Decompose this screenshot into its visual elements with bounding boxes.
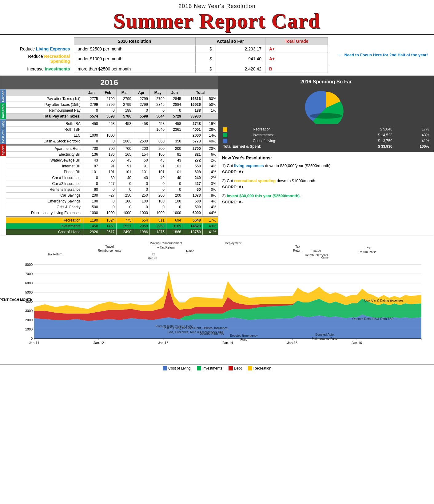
legend-total-value: $ 33,930 bbox=[343, 144, 394, 149]
resolution-row: Reduce Recreational Spending under $1000… bbox=[6, 53, 328, 65]
row-pct: 1% bbox=[202, 107, 218, 113]
resolutions-items: 1) Cut living expenses down to $30,000/y… bbox=[222, 163, 430, 205]
row-value: 1000 bbox=[149, 210, 166, 216]
row-value: 1000 bbox=[83, 132, 100, 138]
row-value: 0 bbox=[100, 186, 116, 192]
row-value: 1000 bbox=[116, 210, 133, 216]
chart-legend-item: Cost of Living bbox=[163, 366, 191, 370]
table-row: Recreation11901524775654811694564817% bbox=[6, 217, 218, 223]
row-pct: 17% bbox=[202, 217, 218, 223]
resolution-label: Reduce Living Expenses bbox=[6, 45, 74, 53]
row-value: 2799 bbox=[100, 96, 116, 102]
row-label: Recreation bbox=[6, 217, 83, 223]
row-value: 1458 bbox=[83, 223, 100, 229]
row-value bbox=[133, 126, 149, 132]
row-value bbox=[83, 126, 100, 132]
row-value: 2799 bbox=[83, 102, 100, 107]
svg-text:Opened Roth IRA & Roth TSP: Opened Roth IRA & Roth TSP bbox=[352, 317, 394, 321]
row-label: Internet Bill bbox=[6, 163, 83, 169]
table-row: Discretionary Living Expenses10001000100… bbox=[6, 210, 218, 216]
row-value: 81 bbox=[166, 151, 183, 157]
resolutions-title: New Year's Resolutions: bbox=[222, 155, 430, 160]
data-table-wrap: 2016 EarnedInvestedCost of LivingSpent J… bbox=[0, 76, 218, 235]
row-value: 1458 bbox=[100, 223, 116, 229]
row-value: 91 bbox=[149, 163, 166, 169]
svg-text:Return: Return bbox=[293, 249, 302, 252]
row-value: 136 bbox=[83, 151, 100, 157]
legend-pct: 17% bbox=[394, 126, 431, 132]
row-value: 91 bbox=[116, 163, 133, 169]
row-total: 550 bbox=[183, 163, 203, 169]
row-value: 458 bbox=[100, 121, 116, 126]
row-value: 0 bbox=[100, 107, 116, 113]
row-label: Investments bbox=[6, 223, 83, 229]
row-value: 100 bbox=[149, 198, 166, 204]
row-total: 33930 bbox=[183, 113, 203, 119]
y-axis-label: TOTAL CASH SPENT EACH MONTH bbox=[0, 298, 33, 302]
row-value: 5729 bbox=[166, 113, 183, 119]
row-value: 2775 bbox=[83, 96, 100, 102]
svg-text:Raise: Raise bbox=[186, 249, 194, 253]
row-value: 40 bbox=[133, 175, 149, 181]
row-total: 608 bbox=[183, 169, 203, 175]
row-value: 101 bbox=[116, 169, 133, 175]
legend-color-cell bbox=[221, 138, 251, 144]
row-value: 5574 bbox=[83, 113, 100, 119]
svg-text:Return: Return bbox=[148, 256, 157, 260]
row-value: 700 bbox=[100, 146, 116, 151]
svg-text:3000: 3000 bbox=[25, 309, 33, 313]
row-total: 6000 bbox=[183, 210, 203, 216]
row-value: 87 bbox=[83, 163, 100, 169]
legend-table: Recreation: $ 5,648 17% Investments: $ 1… bbox=[221, 126, 431, 149]
table-row: Gifts & Charity500000005004% bbox=[6, 204, 218, 210]
right-panel: 2016 Spending So Far bbox=[218, 76, 434, 235]
actual-dollar: $ bbox=[195, 65, 216, 73]
row-value: 350 bbox=[166, 138, 183, 144]
row-value: 0 bbox=[166, 107, 183, 113]
row-total: 4001 bbox=[183, 126, 203, 132]
row-value: 40 bbox=[149, 175, 166, 181]
row-value: 0 bbox=[100, 204, 116, 210]
row-value: 60 bbox=[83, 186, 100, 192]
row-pct: 14% bbox=[202, 132, 218, 138]
row-total: 1073 bbox=[183, 192, 203, 198]
row-value: 43 bbox=[149, 157, 166, 163]
table-row: Cash & Stock Portfolio002063250086035057… bbox=[6, 138, 218, 144]
res-score: SCORE: A+ bbox=[222, 185, 244, 189]
row-value: 200 bbox=[149, 192, 166, 198]
svg-text:7000: 7000 bbox=[25, 272, 33, 276]
row-value: 2799 bbox=[133, 96, 149, 102]
resolution-row: Reduce Living Expenses under $2500 per m… bbox=[6, 45, 328, 53]
grade-value: B bbox=[265, 65, 328, 73]
row-value: 101 bbox=[100, 169, 116, 175]
legend-row: Total Earned & Spent: $ 33,930 100% bbox=[221, 144, 431, 149]
row-pct: 44% bbox=[202, 210, 218, 216]
row-total: 60 bbox=[183, 186, 203, 192]
row-total: 500 bbox=[183, 198, 203, 204]
row-label: Reimbursment Pay bbox=[6, 107, 83, 113]
legend-value: $ 13,759 bbox=[343, 138, 394, 144]
svg-text:Tax: Tax bbox=[295, 245, 300, 248]
svg-text:6000: 6000 bbox=[25, 281, 33, 285]
row-pct: 40% bbox=[202, 138, 218, 144]
row-value: 0 bbox=[149, 181, 166, 186]
actual-dollar: $ bbox=[195, 45, 216, 53]
row-value: 1640 bbox=[149, 126, 166, 132]
side-label: Invested bbox=[0, 103, 6, 119]
svg-text:Tax: Tax bbox=[365, 246, 370, 250]
row-pct: 4% bbox=[202, 198, 218, 204]
row-value: 500 bbox=[83, 204, 100, 210]
row-value: 43 bbox=[166, 157, 183, 163]
chart-legend: Cost of LivingInvestmentsDebtRecreation bbox=[0, 365, 434, 372]
row-value: 43 bbox=[116, 157, 133, 163]
row-value: 100 bbox=[83, 198, 100, 204]
row-value: 1000 bbox=[100, 132, 116, 138]
row-value: 0 bbox=[166, 186, 183, 192]
row-value: 2845 bbox=[149, 102, 166, 107]
chart-legend-item: Investments bbox=[197, 366, 222, 370]
side-label: Cost of Living bbox=[0, 119, 6, 144]
row-value: 1866 bbox=[166, 229, 183, 235]
svg-text:Raise: Raise bbox=[321, 255, 328, 259]
table-row: Investments14581458252129582958316914523… bbox=[6, 223, 218, 229]
resolution-item: 1) Cut living expenses down to $30,000/y… bbox=[222, 163, 430, 175]
